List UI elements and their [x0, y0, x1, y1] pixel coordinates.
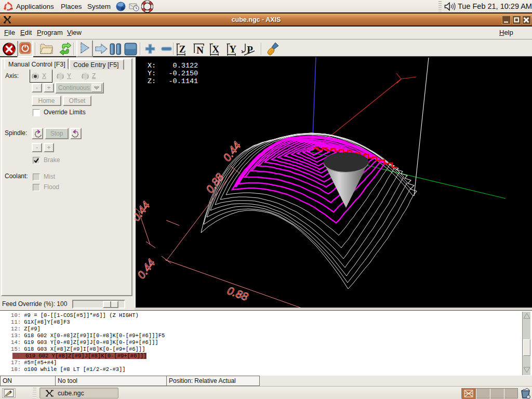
svg-text:P: P	[247, 44, 253, 55]
svg-text:N: N	[196, 45, 204, 56]
svg-text:X: X	[212, 44, 219, 55]
svg-text:Z: Z	[179, 44, 186, 55]
svg-text:Z: -0.1141: Z: -0.1141	[148, 77, 198, 85]
svg-text:Y: Y	[229, 44, 236, 55]
svg-text:Y: -0.2150: Y: -0.2150	[148, 70, 198, 77]
svg-text:X: 0.3122: X: 0.3122	[148, 62, 198, 70]
